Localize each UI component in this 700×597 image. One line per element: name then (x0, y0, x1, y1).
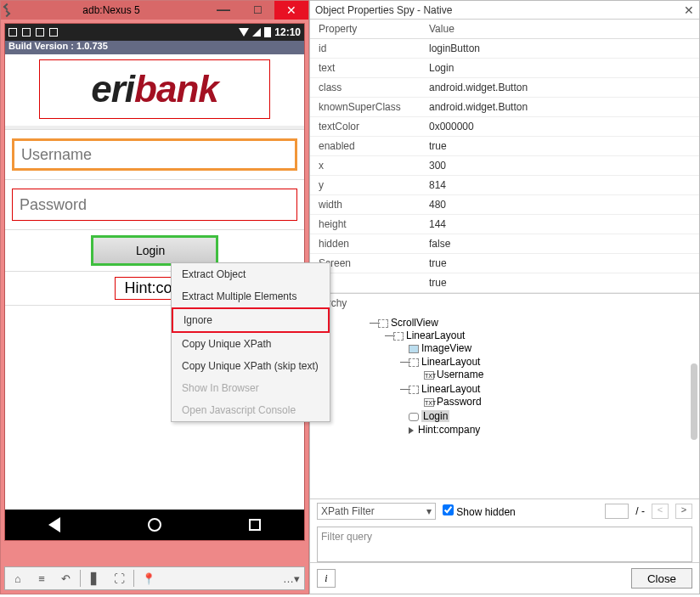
property-row[interactable]: textColor0x000000 (310, 117, 699, 137)
battery-icon (264, 27, 271, 37)
property-row[interactable]: idloginButton (310, 39, 699, 59)
tree-node-imageview[interactable]: ImageView (400, 341, 699, 355)
property-row[interactable]: Screentrue (310, 254, 699, 273)
next-button[interactable]: > (675, 504, 692, 519)
property-name: x (310, 156, 421, 176)
expand-icon[interactable] (4, 4, 16, 16)
home-icon[interactable] (148, 518, 161, 532)
filter-query-box[interactable]: Filter query (317, 527, 692, 562)
emulator-window: adb:Nexus 5 — ☐ ✕ 12:10 Build Version : … (0, 0, 309, 594)
build-version-label: Build Version : 1.0.735 (5, 41, 304, 54)
ctx-extract-object[interactable]: Extract Object (172, 263, 330, 285)
property-value: loginButton (421, 39, 699, 59)
property-name: width (310, 195, 421, 215)
eribank-logo: eribank (39, 59, 270, 119)
property-name: text (310, 59, 421, 78)
tree-node-login[interactable]: Login (400, 409, 699, 423)
chevron-down-icon: ▾ (426, 505, 432, 517)
close-window-button[interactable]: ✕ (274, 1, 308, 20)
tree-node-linearlayout[interactable]: —LinearLayout ImageView —LinearLayout TX… (385, 329, 699, 437)
expand-tool-icon[interactable]: ⛶ (108, 569, 130, 588)
window-title: adb:Nexus 5 (16, 4, 206, 16)
notif-icon (49, 28, 58, 37)
layout-tool-icon[interactable]: ▋ (84, 569, 106, 588)
ctx-copy-xpath-skip[interactable]: Copy Unique XPath (skip text) (172, 355, 330, 377)
password-field[interactable] (12, 189, 297, 221)
ctx-js-console: Open Javascript Console (172, 399, 330, 421)
tree-node-hint[interactable]: Hint:company (400, 423, 699, 436)
more-tool-icon[interactable]: …▾ (280, 569, 302, 588)
username-field[interactable] (12, 138, 297, 171)
login-button[interactable]: Login (91, 235, 218, 266)
tree-scrollbar[interactable] (691, 363, 697, 440)
property-name: knownSuperClass (310, 98, 421, 117)
ctx-show-browser: Show In Browser (172, 377, 330, 399)
inspector-title: Object Properties Spy - Native (315, 4, 684, 16)
property-value: android.widget.Button (421, 78, 699, 98)
titlebar: adb:Nexus 5 — ☐ ✕ (1, 1, 308, 20)
property-row[interactable]: width480 (310, 195, 699, 215)
filter-row: XPath Filter▾ Show hidden / - < > (310, 498, 699, 523)
property-name: enabled (310, 137, 421, 156)
object-spy-panel: Object Properties Spy - Native ✕ Propert… (309, 0, 700, 594)
emulator-toolbar: ⌂ ≡ ↶ ▋ ⛶ 📍 …▾ (4, 566, 305, 590)
notif-icon (22, 28, 31, 37)
page-input[interactable] (605, 504, 629, 519)
ctx-ignore[interactable]: Ignore (172, 307, 330, 333)
prev-button[interactable]: < (652, 504, 669, 519)
property-value: 480 (421, 195, 699, 215)
property-value: android.widget.Button (421, 98, 699, 117)
xpath-filter-combo[interactable]: XPath Filter▾ (317, 503, 436, 520)
inspector-close-icon[interactable]: ✕ (684, 3, 694, 17)
context-menu: Extract Object Extract Multiple Elements… (171, 262, 330, 422)
col-value: Value (421, 20, 699, 39)
col-property: Property (310, 20, 421, 39)
property-row[interactable]: true (310, 273, 699, 293)
property-name: id (310, 39, 421, 59)
property-value: Login (421, 59, 699, 78)
property-row[interactable]: knownSuperClassandroid.widget.Button (310, 98, 699, 117)
tree-node-username[interactable]: TXTUsername (415, 368, 699, 381)
property-row[interactable]: enabledtrue (310, 137, 699, 156)
page-sep: / - (635, 505, 645, 517)
property-row[interactable]: y814 (310, 176, 699, 195)
property-row[interactable]: hiddenfalse (310, 234, 699, 254)
hierarchy-tree[interactable]: —ScrollView —LinearLayout ImageView —Lin… (310, 313, 699, 498)
inspector-footer: i Close (310, 562, 699, 594)
undo-tool-icon[interactable]: ↶ (54, 569, 76, 588)
property-value: 814 (421, 176, 699, 195)
notif-icon (8, 28, 17, 37)
signal-icon (252, 28, 261, 37)
tree-node-password[interactable]: TXTPassword (415, 395, 699, 408)
ctx-copy-xpath[interactable]: Copy Unique XPath (172, 333, 330, 355)
property-name: height (310, 215, 421, 234)
inspector-titlebar: Object Properties Spy - Native ✕ (310, 1, 699, 20)
minimize-button[interactable]: — (206, 1, 240, 20)
property-row[interactable]: height144 (310, 215, 699, 234)
tree-node-linearlayout[interactable]: —LinearLayout TXTUsername (400, 355, 699, 382)
tree-node-scrollview[interactable]: —ScrollView —LinearLayout ImageView —Lin… (370, 316, 699, 438)
list-tool-icon[interactable]: ≡ (31, 569, 53, 588)
android-statusbar: 12:10 (5, 24, 304, 41)
pin-tool-icon[interactable]: 📍 (138, 569, 160, 588)
info-icon[interactable]: i (317, 569, 336, 588)
property-name: hidden (310, 234, 421, 254)
property-value: false (421, 234, 699, 254)
back-icon[interactable] (48, 517, 60, 532)
maximize-button[interactable]: ☐ (240, 1, 274, 20)
property-row[interactable]: x300 (310, 156, 699, 176)
property-value: 144 (421, 215, 699, 234)
hierarchy-label: rarchy (310, 294, 699, 313)
close-button[interactable]: Close (631, 568, 692, 589)
tree-node-linearlayout[interactable]: —LinearLayout TXTPassword (400, 382, 699, 409)
property-name: class (310, 78, 421, 98)
property-value: true (421, 273, 699, 293)
ctx-extract-multiple[interactable]: Extract Multiple Elements (172, 285, 330, 307)
show-hidden-toggle[interactable]: Show hidden (443, 504, 516, 518)
home-tool-icon[interactable]: ⌂ (7, 569, 29, 588)
property-row[interactable]: classandroid.widget.Button (310, 78, 699, 98)
property-name: textColor (310, 117, 421, 137)
property-value: 300 (421, 156, 699, 176)
recent-icon[interactable] (249, 519, 261, 531)
property-row[interactable]: textLogin (310, 59, 699, 78)
